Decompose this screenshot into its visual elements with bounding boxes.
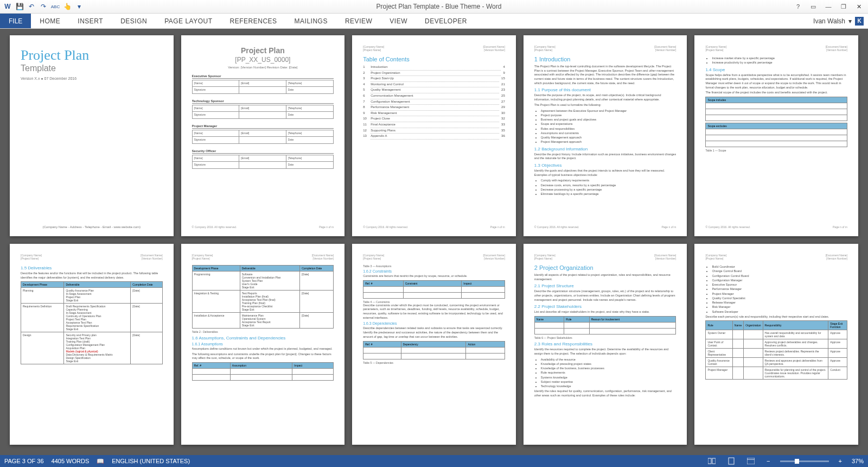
tab-page-layout[interactable]: PAGE LAYOUT bbox=[156, 14, 221, 28]
window-title: Project Plan Template - Blue Theme - Wor… bbox=[87, 3, 791, 10]
tab-home[interactable]: HOME bbox=[31, 14, 69, 28]
tab-mailings[interactable]: MAILINGS bbox=[286, 14, 336, 28]
tab-insert[interactable]: INSERT bbox=[69, 14, 112, 28]
svg-rect-2 bbox=[729, 458, 734, 464]
roles-table: RoleNameOrganizationResponsibilityStage … bbox=[705, 320, 847, 380]
svg-rect-1 bbox=[712, 458, 716, 464]
proofing-icon[interactable]: 📖 bbox=[97, 458, 104, 465]
assumptions-table: Ref. #AssumptionImpact bbox=[192, 362, 334, 381]
deliverables-table-1: Development PhaseDeliverableCompletion D… bbox=[21, 281, 163, 364]
tab-references[interactable]: REFERENCES bbox=[221, 14, 286, 28]
restore-icon[interactable]: ❐ bbox=[837, 1, 851, 12]
scope-excludes-table: Scope excludes bbox=[705, 123, 847, 147]
dependencies-table: Ref. #DependencyAction bbox=[363, 341, 505, 359]
user-account[interactable]: Ivan Walsh ▾ K bbox=[813, 14, 868, 28]
h1-project-organization: 2 Project Organization bbox=[534, 264, 676, 271]
window-controls: ? ▭ — ❐ ✕ bbox=[791, 1, 868, 12]
status-language[interactable]: ENGLISH (UNITED STATES) bbox=[112, 458, 190, 464]
status-bar: PAGE 3 OF 36 4405 WORDS 📖 ENGLISH (UNITE… bbox=[0, 455, 868, 467]
signoff-code: [PP_XX_US_0000] bbox=[192, 56, 334, 64]
svg-rect-3 bbox=[747, 458, 755, 464]
signoff-version: Version: [Version Number] Revision Date:… bbox=[192, 66, 334, 69]
web-layout-icon[interactable] bbox=[745, 456, 757, 466]
qat-customize-icon[interactable]: ▾ bbox=[75, 2, 84, 11]
title-bar: W 💾 ↶ ↷ ABC 👆 ▾ Project Plan Template - … bbox=[0, 0, 868, 14]
page-9[interactable]: [Company Name][Project Name][Document Na… bbox=[524, 244, 687, 445]
page-8[interactable]: [Company Name][Project Name][Document Na… bbox=[352, 244, 516, 445]
close-icon[interactable]: ✕ bbox=[852, 1, 866, 12]
page-10[interactable]: [Company Name][Project Name][Document Na… bbox=[694, 244, 858, 445]
toc-list: 1Introduction42Project Organization93Pro… bbox=[363, 65, 505, 140]
redo-icon[interactable]: ↷ bbox=[39, 2, 48, 11]
spellcheck-icon[interactable]: ABC bbox=[51, 2, 60, 11]
help-icon[interactable]: ? bbox=[791, 1, 805, 12]
signoff-title: Project Plan bbox=[192, 46, 334, 55]
deliverables-table-2: Development PhaseDeliverableCompletion D… bbox=[192, 265, 334, 329]
tab-review[interactable]: REVIEW bbox=[336, 14, 381, 28]
page-6[interactable]: [Company Name][Project Name][Document Na… bbox=[10, 244, 174, 445]
doc-title: Project Plan bbox=[21, 47, 163, 64]
user-dropdown-icon: ▾ bbox=[848, 17, 852, 25]
save-icon[interactable]: 💾 bbox=[15, 2, 24, 11]
zoom-in-icon[interactable]: + bbox=[837, 458, 844, 464]
h1-introduction: 1 Introduction bbox=[534, 56, 676, 62]
cover-footer: (Company Name - Address - Telephone - Em… bbox=[21, 225, 163, 229]
stakeholders-table: NameRoleReason for involvement bbox=[534, 316, 676, 335]
page-4[interactable]: [Company Name][Project Name][Document Na… bbox=[524, 35, 687, 236]
doc-version: Version X.x ● 07 December 2016 bbox=[21, 77, 163, 80]
zoom-percent[interactable]: 37% bbox=[852, 458, 864, 464]
zoom-out-icon[interactable]: − bbox=[764, 458, 772, 464]
undo-icon[interactable]: ↶ bbox=[27, 2, 36, 11]
tab-developer[interactable]: DEVELOPER bbox=[416, 14, 476, 28]
constraints-table: Ref. #ConstraintImpact bbox=[363, 280, 505, 299]
word-icon: W bbox=[3, 2, 12, 11]
page-5[interactable]: [Company Name][Project Name][Document Na… bbox=[694, 35, 858, 236]
user-name: Ivan Walsh bbox=[813, 17, 845, 25]
tab-design[interactable]: DESIGN bbox=[112, 14, 156, 28]
svg-rect-0 bbox=[708, 458, 711, 464]
status-page[interactable]: PAGE 3 OF 36 bbox=[4, 458, 44, 464]
page-thumbnails: Project Plan Template Version X.x ● 07 D… bbox=[10, 35, 858, 445]
tab-view[interactable]: VIEW bbox=[381, 14, 416, 28]
ribbon-tabs: FILE HOME INSERT DESIGN PAGE LAYOUT REFE… bbox=[0, 14, 868, 29]
page-3[interactable]: [Company Name][Project Name][Document Na… bbox=[352, 35, 516, 236]
minimize-icon[interactable]: — bbox=[821, 1, 835, 12]
touch-mode-icon[interactable]: 👆 bbox=[63, 2, 72, 11]
quick-access-toolbar: W 💾 ↶ ↷ ABC 👆 ▾ bbox=[0, 2, 87, 11]
page-7[interactable]: [Company Name][Project Name][Document Na… bbox=[181, 244, 345, 445]
read-mode-icon[interactable] bbox=[706, 456, 718, 466]
file-tab[interactable]: FILE bbox=[0, 14, 31, 28]
scope-includes-table: Scope includes bbox=[705, 97, 847, 121]
status-words[interactable]: 4405 WORDS bbox=[52, 458, 90, 464]
page-1[interactable]: Project Plan Template Version X.x ● 07 D… bbox=[10, 35, 174, 236]
document-area[interactable]: Project Plan Template Version X.x ● 07 D… bbox=[0, 29, 868, 455]
print-layout-icon[interactable] bbox=[725, 456, 737, 466]
zoom-slider[interactable] bbox=[780, 460, 829, 462]
page-2[interactable]: Project Plan [PP_XX_US_0000] Version: [V… bbox=[181, 35, 345, 236]
user-avatar: K bbox=[855, 17, 864, 26]
toc-heading: Table of Contents bbox=[363, 56, 505, 62]
doc-subtitle: Template bbox=[21, 64, 163, 73]
ribbon-display-icon[interactable]: ▭ bbox=[806, 1, 820, 12]
